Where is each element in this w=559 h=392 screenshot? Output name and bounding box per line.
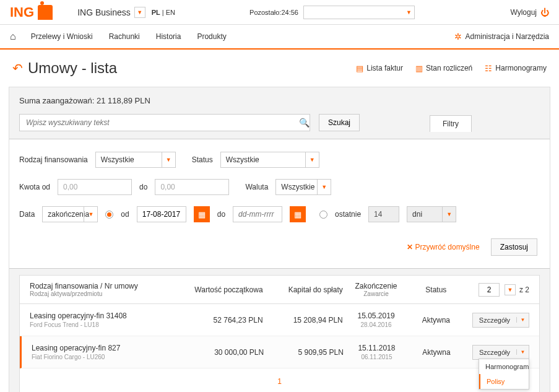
menu-accounts[interactable]: Rachunki	[109, 32, 140, 41]
table-header: Rodzaj finansowania / Nr umowyRodzaj akt…	[20, 276, 539, 304]
table-row[interactable]: Leasing operacyjny-fin 31408Ford Focus T…	[20, 304, 539, 336]
page-dropdown[interactable]: ▼	[505, 284, 516, 295]
app-dropdown[interactable]: ▼	[134, 7, 145, 18]
date-range-radio[interactable]	[105, 211, 113, 219]
page-current[interactable]: 1	[277, 377, 282, 386]
lang-other[interactable]: EN	[166, 9, 175, 16]
date-from-input[interactable]	[137, 206, 186, 222]
details-button[interactable]: Szczegóły▼	[472, 313, 529, 328]
timer-label: Pozostało:	[249, 9, 281, 16]
search-input[interactable]	[19, 114, 310, 131]
date-type-select[interactable]: zakończenia▼	[42, 206, 98, 222]
row-capital: 15 208,94 PLN	[263, 316, 343, 324]
search-button[interactable]: Szukaj	[319, 114, 360, 131]
chevron-down-icon: ▼	[516, 317, 529, 323]
row-sub: Fiat Fiorino Cargo - LU260	[32, 354, 184, 360]
amount-to-input[interactable]	[155, 179, 229, 195]
amount-from-input[interactable]	[58, 179, 132, 195]
last-unit-select: dni▼	[407, 206, 456, 222]
financing-label: Rodzaj finansowania	[19, 155, 88, 164]
timer-value: 24:56	[281, 9, 298, 16]
filters-tab[interactable]: Filtry	[430, 115, 472, 132]
apply-filters-button[interactable]: Zastosuj	[491, 238, 537, 256]
amount-to-label: do	[139, 183, 147, 191]
lang-active[interactable]: PL	[152, 9, 160, 16]
row-status: Aktywna	[409, 316, 462, 324]
page-input[interactable]	[479, 283, 500, 297]
power-icon: ⏻	[540, 7, 549, 17]
pagination: 1 2	[20, 368, 539, 392]
back-icon[interactable]: ↶	[12, 61, 23, 76]
row-dates: 15.11.201806.11.2015	[344, 344, 410, 360]
schedule-icon: ☷	[485, 64, 492, 73]
action-invoices[interactable]: ▤Lista faktur	[356, 64, 403, 73]
row-capital: 5 909,95 PLN	[264, 348, 344, 357]
logo: ING	[10, 4, 53, 20]
financing-select[interactable]: Wszystkie▼	[95, 152, 176, 168]
row-name: Leasing operacyjny-fin 31408	[30, 311, 127, 320]
table-row[interactable]: Leasing operacyjny-fin 827Fiat Fiorino C…	[20, 336, 539, 368]
date-to-input[interactable]	[233, 206, 282, 222]
row-status: Aktywna	[410, 348, 463, 357]
logo-text: ING	[10, 4, 34, 20]
dropdown-schedule[interactable]: Harmonogram	[479, 359, 529, 374]
session-timer: Pozostało:24:56	[249, 9, 298, 16]
gear-icon: ✲	[454, 32, 462, 41]
chevron-down-icon: ▼	[162, 152, 175, 167]
dropdown-policies[interactable]: Polisy	[479, 374, 529, 389]
last-label: ostatnie	[335, 210, 361, 219]
calendar-icon[interactable]: ▦	[290, 206, 306, 222]
th-capital: Kapitał do spłaty	[263, 285, 343, 294]
amount-from-label: Kwota od	[19, 183, 50, 191]
page-title: Umowy - lista	[28, 59, 117, 77]
action-schedules[interactable]: ☷Harmonogramy	[485, 64, 547, 73]
menu-bar: ⌂ Przelewy i Wnioski Rachunki Historia P…	[0, 25, 559, 50]
chevron-down-icon: ▼	[305, 152, 319, 167]
menu-history[interactable]: Historia	[156, 32, 181, 41]
details-dropdown: Harmonogram Polisy	[479, 359, 529, 390]
chevron-down-icon: ▼	[317, 180, 331, 194]
logout-button[interactable]: Wyloguj ⏻	[510, 7, 549, 17]
menu-products[interactable]: Produkty	[197, 32, 226, 41]
row-dates: 15.05.201928.04.2016	[343, 311, 410, 328]
row-initial: 52 764,23 PLN	[183, 316, 262, 324]
lion-icon	[38, 5, 53, 20]
chevron-down-icon: ▼	[442, 207, 456, 222]
app-name: ING Business	[77, 7, 131, 17]
summary-label: Suma zaangażowań:	[19, 96, 94, 105]
calendar-icon[interactable]: ▦	[194, 206, 210, 222]
date-label: Data	[19, 210, 35, 219]
status-select[interactable]: Wszystkie▼	[220, 152, 319, 168]
menu-transfers[interactable]: Przelewy i Wnioski	[31, 32, 93, 41]
row-sub: Ford Focus Trend - LU18	[30, 321, 183, 328]
page-total: z 2	[519, 285, 529, 294]
search-icon: 🔍	[299, 118, 310, 128]
th-pager: ▼ z 2	[462, 283, 529, 297]
status-label: Status	[192, 155, 213, 164]
row-name: Leasing operacyjny-fin 827	[32, 344, 120, 352]
logout-label: Wyloguj	[510, 8, 537, 17]
chevron-down-icon: ▼	[516, 349, 529, 355]
top-bar: ING ING Business ▼ PL | EN Pozostało:24:…	[0, 0, 559, 25]
bars-icon: ▥	[415, 64, 423, 73]
summary-row: Suma zaangażowań: 21 118,89 PLN	[9, 87, 550, 114]
th-end: ZakończenieZawarcie	[343, 282, 410, 297]
content-panel: Suma zaangażowań: 21 118,89 PLN 🔍 Szukaj…	[9, 87, 550, 392]
currency-label: Waluta	[245, 183, 268, 191]
action-settlements[interactable]: ▥Stan rozliczeń	[415, 64, 472, 73]
th-initial: Wartość początkowa	[183, 285, 262, 294]
currency-select[interactable]: Wszystkie▼	[275, 179, 331, 195]
filter-area: Rodzaj finansowania Wszystkie▼ Status Ws…	[9, 139, 550, 269]
date-last-radio[interactable]	[319, 211, 327, 219]
home-icon[interactable]: ⌂	[10, 31, 16, 42]
details-button[interactable]: Szczegóły▼	[472, 345, 529, 360]
from-label: od	[121, 210, 129, 219]
summary-value: 21 118,89 PLN	[97, 96, 150, 105]
contracts-table: Rodzaj finansowania / Nr umowyRodzaj akt…	[19, 275, 540, 392]
language-switch[interactable]: PL | EN	[152, 9, 175, 16]
reset-filters[interactable]: ✕Przywróć domyślne	[407, 243, 480, 251]
row-initial: 30 000,00 PLN	[184, 348, 264, 357]
menu-admin[interactable]: ✲ Administracja i Narzędzia	[454, 32, 549, 41]
context-select[interactable]: ▼	[303, 6, 415, 19]
chevron-down-icon: ▼	[84, 207, 97, 222]
